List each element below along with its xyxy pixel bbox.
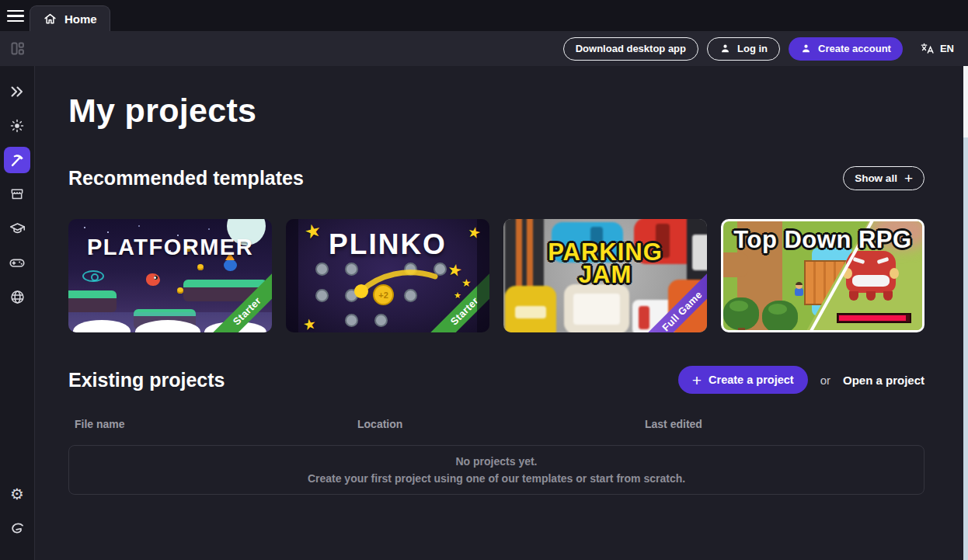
main-menu-hamburger-icon[interactable] bbox=[7, 10, 24, 22]
plinko-bonus-coin: +2 bbox=[373, 284, 394, 305]
sidebar-item-learn[interactable] bbox=[4, 215, 30, 242]
template-card-top-down-rpg[interactable]: Top Down RPG bbox=[721, 219, 924, 332]
sidebar-item-play[interactable] bbox=[4, 249, 30, 276]
person-icon bbox=[719, 43, 731, 54]
column-file-name: File name bbox=[68, 418, 357, 430]
card-art-tree bbox=[762, 301, 798, 332]
main-content: My projects Recommended templates Show a… bbox=[35, 66, 968, 560]
sidebar-item-build[interactable] bbox=[4, 147, 30, 173]
tab-home[interactable]: Home bbox=[30, 5, 110, 31]
pickaxe-icon bbox=[9, 151, 26, 169]
gdevelop-home-window: Home Download desktop app Log in bbox=[0, 0, 968, 560]
toolbar: Download desktop app Log in Create accou… bbox=[0, 31, 968, 66]
card-art-path bbox=[721, 252, 748, 277]
spark-sun-icon bbox=[9, 118, 25, 134]
vertical-scrollbar[interactable] bbox=[963, 66, 968, 560]
card-art-car bbox=[564, 284, 629, 332]
language-label: EN bbox=[940, 43, 954, 54]
card-title: PLATFORMER bbox=[68, 235, 272, 260]
tab-home-label: Home bbox=[64, 12, 97, 26]
template-cards-row: PLATFORMER Starter bbox=[68, 219, 924, 332]
create-project-button[interactable]: + Create a project bbox=[678, 366, 808, 394]
translate-icon bbox=[920, 41, 935, 56]
column-location: Location bbox=[357, 418, 645, 430]
page-title: My projects bbox=[68, 92, 924, 130]
card-art-coin bbox=[197, 264, 204, 270]
existing-projects-heading: Existing projects bbox=[68, 369, 225, 391]
download-desktop-app-label: Download desktop app bbox=[576, 43, 686, 54]
card-art-tree bbox=[723, 297, 759, 330]
template-card-parking-jam[interactable]: PARKING JAM Full Game bbox=[503, 219, 707, 332]
create-project-label: Create a project bbox=[709, 374, 794, 386]
empty-title: No projects yet. bbox=[455, 455, 537, 468]
sidebar-item-preferences[interactable]: ⚙ bbox=[4, 481, 30, 507]
person-icon bbox=[800, 43, 812, 54]
log-in-label: Log in bbox=[737, 43, 768, 54]
gear-icon: ⚙ bbox=[10, 486, 24, 502]
projects-table-header: File name Location Last edited bbox=[68, 418, 924, 430]
card-art-platform bbox=[68, 290, 117, 312]
double-chevron-right-icon bbox=[9, 83, 26, 100]
show-all-button[interactable]: Show all + bbox=[843, 166, 924, 190]
or-text: or bbox=[820, 374, 830, 387]
card-art-eye bbox=[82, 270, 104, 282]
recommended-templates-heading: Recommended templates bbox=[68, 167, 304, 190]
sidebar-item-about-gdevelop[interactable] bbox=[4, 515, 30, 541]
star-icon: ★ bbox=[454, 290, 461, 301]
sidebar-item-shop[interactable] bbox=[4, 181, 30, 207]
download-desktop-app-button[interactable]: Download desktop app bbox=[563, 37, 698, 61]
create-account-label: Create account bbox=[818, 43, 891, 54]
star-icon: ★ bbox=[461, 277, 472, 289]
card-art-player bbox=[146, 273, 160, 286]
card-art-coin bbox=[177, 287, 183, 294]
empty-projects-placeholder: No projects yet. Create your first proje… bbox=[68, 445, 924, 495]
expand-sidebar-button[interactable] bbox=[4, 78, 30, 105]
template-card-platformer[interactable]: PLATFORMER Starter bbox=[68, 219, 272, 332]
home-icon bbox=[43, 12, 57, 26]
card-title: PARKING JAM bbox=[503, 241, 707, 287]
plus-icon: + bbox=[692, 372, 702, 388]
card-art-stars bbox=[84, 227, 85, 228]
sidebar: ⚙ bbox=[0, 66, 35, 560]
column-last-edited: Last edited bbox=[645, 418, 702, 430]
card-art-enemy bbox=[224, 259, 237, 271]
open-project-link[interactable]: Open a project bbox=[843, 374, 924, 387]
show-all-label: Show all bbox=[855, 172, 897, 184]
storefront-icon bbox=[9, 186, 25, 202]
plus-icon: + bbox=[904, 171, 913, 186]
graduation-cap-icon bbox=[9, 221, 26, 237]
gdevelop-logo-icon bbox=[9, 520, 26, 537]
log-in-button[interactable]: Log in bbox=[707, 37, 780, 61]
create-account-button[interactable]: Create account bbox=[789, 37, 903, 61]
scrollbar-thumb[interactable] bbox=[963, 66, 968, 137]
globe-icon bbox=[9, 289, 26, 305]
card-art-hero bbox=[795, 288, 803, 296]
empty-subtitle: Create your first project using one of o… bbox=[308, 472, 685, 485]
template-card-plinko[interactable]: +2 ★ ★ ★ ★ ★ ★ PLINKO Starter bbox=[286, 219, 489, 332]
card-art-health-bar bbox=[837, 313, 911, 323]
card-title: Top Down RPG bbox=[723, 226, 922, 254]
window-topbar: Home bbox=[0, 0, 968, 31]
gamepad-icon bbox=[9, 254, 26, 271]
card-art-car bbox=[505, 286, 556, 332]
language-selector[interactable]: EN bbox=[920, 41, 954, 56]
panels-layout-icon[interactable] bbox=[9, 40, 26, 57]
sidebar-item-community[interactable] bbox=[4, 283, 30, 310]
sidebar-item-get-started[interactable] bbox=[4, 113, 30, 139]
